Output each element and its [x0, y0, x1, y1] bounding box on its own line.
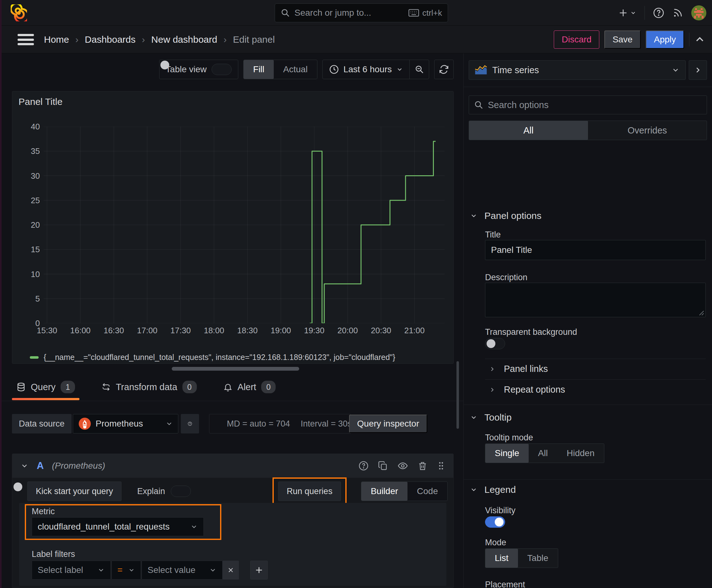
select-value-dropdown[interactable]: Select value [142, 561, 222, 580]
legend-section-header[interactable]: Legend [470, 484, 516, 495]
duplicate-query-icon[interactable] [378, 461, 388, 471]
tooltip-section-header[interactable]: Tooltip [470, 412, 512, 423]
x-tick-label: 19:00 [271, 326, 291, 335]
datasource-label: Data source [12, 414, 71, 434]
search-icon [281, 8, 290, 18]
query-help-icon[interactable] [359, 461, 369, 471]
query-ref-id[interactable]: A [37, 460, 44, 471]
legend-series-swatch[interactable] [30, 356, 39, 359]
plot-area[interactable] [44, 127, 445, 323]
datasource-picker[interactable]: Prometheus [73, 414, 178, 434]
tab-alert-count: 0 [261, 381, 276, 393]
toggle-query-visibility-icon[interactable] [397, 460, 408, 471]
tab-all[interactable]: All [469, 121, 588, 140]
query-editor-card: A (Prometheus) Kick start your query Exp… [12, 454, 454, 588]
remove-filter-button[interactable] [222, 561, 239, 580]
breadcrumb-dashboards[interactable]: Dashboards [85, 34, 136, 45]
chevron-right-icon [489, 386, 496, 393]
repeat-options-label: Repeat options [504, 384, 565, 395]
chevron-down-icon [470, 414, 477, 421]
legend-mode-table[interactable]: Table [518, 549, 558, 568]
drag-handle-icon[interactable] [437, 461, 445, 471]
collapse-options-pane-button[interactable] [694, 34, 705, 45]
actual-option[interactable]: Actual [274, 60, 317, 79]
explain-toggle[interactable] [171, 486, 191, 497]
table-view-control: Table view [159, 60, 239, 79]
timeseries-viz-icon [475, 65, 487, 75]
tooltip-mode-hidden[interactable]: Hidden [557, 444, 604, 463]
metric-label: Metric [32, 507, 55, 517]
breadcrumb-new-dashboard[interactable]: New dashboard [151, 34, 217, 45]
search-placeholder: Search or jump to... [295, 8, 404, 18]
breadcrumb-home[interactable]: Home [44, 34, 69, 45]
chevron-up-icon [694, 34, 705, 45]
delete-query-icon[interactable] [417, 461, 428, 471]
legend-mode-list[interactable]: List [486, 549, 518, 568]
tab-overrides[interactable]: Overrides [588, 121, 707, 140]
panel-resize-handle[interactable] [172, 367, 299, 371]
explain-label: Explain [137, 486, 165, 496]
query-row-header[interactable]: A (Prometheus) [12, 454, 453, 478]
tab-query[interactable]: Query 1 [12, 378, 80, 400]
tooltip-mode-all[interactable]: All [528, 444, 557, 463]
resize-handle-icon[interactable] [698, 310, 704, 316]
zoom-out-time-button[interactable] [409, 60, 429, 79]
query-options-summary[interactable]: MD = auto = 704 Interval = 30s [209, 414, 351, 434]
grafana-logo-icon[interactable] [11, 4, 27, 21]
legend-series-label[interactable]: {__name__="cloudflared_tunnel_total_requ… [44, 353, 395, 362]
add-filter-button[interactable] [250, 561, 268, 580]
divider [464, 87, 712, 87]
panel-title: Panel Title [19, 97, 63, 107]
options-search-input[interactable]: Search options [469, 96, 707, 114]
datasource-help-button[interactable] [181, 414, 199, 434]
chevron-down-icon [630, 10, 637, 16]
metric-select[interactable]: cloudflared_tunnel_total_requests [32, 517, 204, 536]
tab-alert[interactable]: Alert 0 [219, 378, 280, 400]
chevron-down-icon [470, 486, 477, 493]
panel-options-section-header[interactable]: Panel options [470, 210, 542, 221]
section-divider [464, 479, 712, 480]
legend-row: {__name__="cloudflared_tunnel_total_requ… [30, 353, 395, 362]
query-inspector-button[interactable]: Query inspector [349, 415, 428, 433]
scrollbar-thumb[interactable] [456, 361, 459, 429]
user-avatar[interactable] [691, 5, 706, 20]
panel-title-input[interactable]: Panel Title [485, 240, 706, 260]
breadcrumb-edit-panel: Edit panel [233, 34, 275, 45]
chevron-right-icon: › [223, 34, 226, 45]
news-icon[interactable] [672, 7, 683, 18]
global-search-input[interactable]: Search or jump to... ctrl+k [275, 3, 448, 22]
code-option[interactable]: Code [408, 482, 447, 501]
legend-visibility-toggle[interactable] [485, 517, 505, 528]
run-queries-button[interactable]: Run queries [278, 482, 341, 501]
tab-query-label: Query [31, 382, 56, 392]
transparent-background-toggle[interactable] [485, 338, 505, 349]
save-button[interactable]: Save [604, 30, 641, 49]
kick-start-query-button[interactable]: Kick start your query [27, 482, 122, 501]
panel-links-section[interactable]: Panel links [489, 364, 548, 374]
refresh-button[interactable] [434, 60, 454, 79]
panel-edit-main: Table view Fill Actual Last 6 hours Pane… [0, 54, 463, 588]
collapse-pane-button[interactable] [689, 60, 707, 80]
apply-button[interactable]: Apply [646, 30, 684, 49]
tooltip-mode-label: Tooltip mode [485, 433, 533, 443]
repeat-options-section[interactable]: Repeat options [489, 384, 565, 395]
legend-title: Legend [484, 484, 516, 495]
operator-dropdown[interactable]: = [111, 561, 141, 580]
select-label-dropdown[interactable]: Select label [32, 561, 111, 580]
explain-control: Explain [137, 486, 191, 497]
help-button[interactable] [653, 7, 664, 19]
time-range-button[interactable]: Last 6 hours [323, 64, 409, 75]
menu-toggle-icon[interactable] [18, 34, 34, 45]
visualization-picker[interactable]: Time series [469, 60, 686, 80]
description-textarea[interactable] [485, 283, 706, 317]
builder-option[interactable]: Builder [361, 482, 408, 501]
chevron-down-icon [190, 523, 198, 530]
table-view-toggle[interactable] [212, 64, 232, 75]
discard-button[interactable]: Discard [554, 30, 599, 49]
tooltip-mode-single[interactable]: Single [486, 444, 528, 463]
tab-transform-data[interactable]: Transform data 0 [97, 378, 201, 400]
fill-option[interactable]: Fill [244, 60, 274, 79]
add-new-button[interactable] [618, 8, 637, 18]
close-icon [227, 566, 235, 574]
options-search-placeholder: Search options [488, 100, 548, 110]
